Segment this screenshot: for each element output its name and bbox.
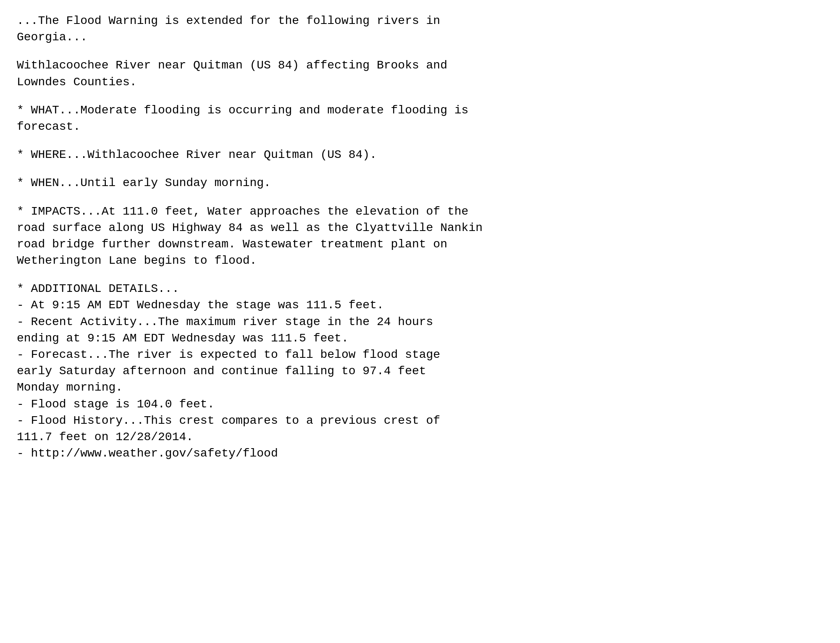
what-paragraph: * WHAT...Moderate flooding is occurring … [17,102,823,135]
where-text: * WHERE...Withlacoochee River near Quitm… [17,148,377,161]
when-text: * WHEN...Until early Sunday morning. [17,176,271,189]
impacts-paragraph: * IMPACTS...At 111.0 feet, Water approac… [17,203,823,269]
detail3: - Forecast...The river is expected to fa… [17,346,823,396]
detail6: - http://www.weather.gov/safety/flood [17,445,823,462]
location-text: Withlacoochee River near Quitman (US 84)… [17,59,447,88]
what-text: * WHAT...Moderate flooding is occurring … [17,104,468,133]
detail2: - Recent Activity...The maximum river st… [17,314,823,346]
detail4: - Flood stage is 104.0 feet. [17,396,823,412]
additional-details-paragraph: * ADDITIONAL DETAILS... - At 9:15 AM EDT… [17,281,823,462]
location-paragraph: Withlacoochee River near Quitman (US 84)… [17,57,823,90]
main-content: ...The Flood Warning is extended for the… [17,13,823,462]
intro-paragraph: ...The Flood Warning is extended for the… [17,13,823,45]
additional-header: * ADDITIONAL DETAILS... [17,281,823,297]
where-paragraph: * WHERE...Withlacoochee River near Quitm… [17,147,823,163]
intro-text: ...The Flood Warning is extended for the… [17,14,440,44]
detail1: - At 9:15 AM EDT Wednesday the stage was… [17,297,823,313]
detail5: - Flood History...This crest compares to… [17,412,823,445]
when-paragraph: * WHEN...Until early Sunday morning. [17,175,823,191]
impacts-text: * IMPACTS...At 111.0 feet, Water approac… [17,205,483,268]
